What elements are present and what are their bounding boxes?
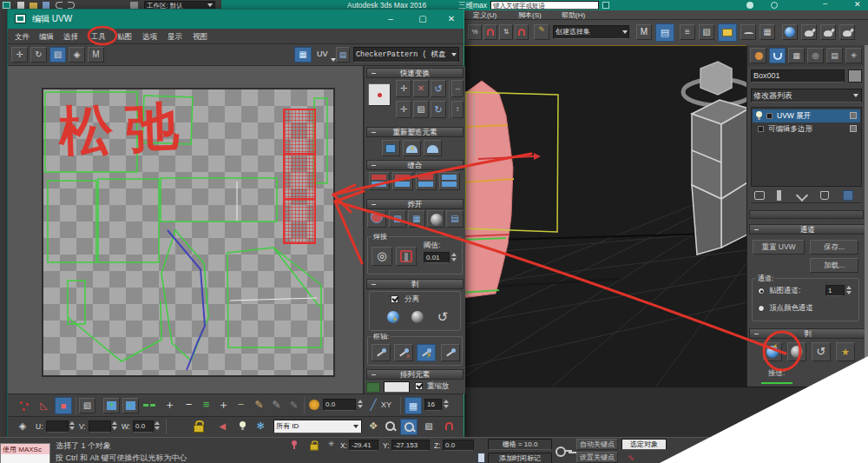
flatten-mapping-icon[interactable] bbox=[427, 210, 444, 228]
pack-padding-field[interactable] bbox=[384, 381, 410, 393]
rollout-reshape-header[interactable]: 重新塑造元素 bbox=[366, 127, 464, 137]
rescale-checkbox[interactable] bbox=[415, 382, 423, 390]
filter-selected-faces-icon[interactable]: ◀ bbox=[214, 420, 230, 434]
lock-selection-icon[interactable] bbox=[194, 420, 203, 431]
uvw-minimize-icon[interactable]: – bbox=[379, 12, 402, 26]
curve-editor-icon[interactable] bbox=[740, 24, 756, 40]
quick-peel-button[interactable]: ⚡ bbox=[763, 342, 782, 361]
relax-icon[interactable] bbox=[424, 140, 442, 156]
render-frame-icon[interactable] bbox=[801, 24, 817, 40]
tab-hierarchy[interactable]: ▦ bbox=[788, 48, 805, 63]
zoom-extents-icon[interactable]: ▧ bbox=[421, 420, 437, 434]
weld-selected-icon[interactable]: ◎ bbox=[372, 247, 392, 266]
make-unique-icon[interactable] bbox=[796, 189, 808, 202]
uvw-menu-select[interactable]: 选择 bbox=[63, 32, 78, 43]
add-time-tag[interactable]: 添加时间标记 bbox=[488, 453, 552, 463]
space-horizontal-icon[interactable]: ↔ bbox=[451, 80, 464, 97]
rotate-ccw-icon[interactable]: ↺ bbox=[431, 80, 446, 97]
search-input[interactable]: 键入关键字或短语 bbox=[490, 1, 599, 10]
visibility-bulb-icon[interactable] bbox=[755, 111, 763, 121]
sign-in-icon[interactable] bbox=[746, 2, 753, 9]
threshold-spinner[interactable] bbox=[450, 252, 457, 263]
search-go-icon[interactable] bbox=[602, 2, 609, 9]
map-channel-radio[interactable] bbox=[758, 288, 765, 294]
panel-scrollbar[interactable] bbox=[865, 45, 868, 387]
scene-link-icon[interactable] bbox=[130, 2, 138, 9]
u-field[interactable] bbox=[46, 420, 69, 433]
stack-row-editable-poly[interactable]: 可编辑多边形 bbox=[753, 122, 860, 136]
pin-selected-icon[interactable]: ⚡ bbox=[417, 344, 436, 361]
reset-peel-icon[interactable]: ↺ bbox=[432, 308, 453, 328]
uvw-titlebar[interactable]: 编辑 UVW – ▢ ✕ bbox=[8, 10, 464, 29]
uvw-scale-icon[interactable]: ▧ bbox=[49, 47, 66, 63]
uvw-menu-tools[interactable]: 工具 bbox=[91, 32, 106, 43]
rollout-peel-header-uvw[interactable]: 剥 bbox=[366, 279, 464, 289]
snap-icon[interactable] bbox=[442, 420, 457, 434]
align-vertical-icon[interactable]: ✕ bbox=[413, 80, 429, 97]
perspective-viewport[interactable] bbox=[464, 45, 746, 387]
soft-selection-spinner[interactable] bbox=[357, 399, 364, 411]
pin-tool-icon[interactable] bbox=[372, 344, 391, 361]
ring-minus-icon[interactable]: − bbox=[232, 397, 250, 414]
mirror-icon[interactable]: M bbox=[636, 24, 652, 40]
straighten-selection-icon[interactable] bbox=[382, 140, 400, 156]
show-map-toggle-icon[interactable]: ▦ bbox=[294, 47, 312, 63]
map-channel-spinner[interactable] bbox=[845, 285, 852, 296]
show-hidden-edges-icon[interactable] bbox=[239, 421, 247, 431]
uvw-freeform-icon[interactable]: ◈ bbox=[69, 47, 85, 63]
v-field[interactable] bbox=[89, 420, 111, 433]
uvw-move-icon[interactable]: ✛ bbox=[11, 47, 28, 63]
v-spinner[interactable] bbox=[111, 420, 118, 433]
shrink-selection-icon[interactable]: - bbox=[122, 398, 139, 413]
id-filter-dropdown[interactable]: 所有 ID bbox=[273, 420, 362, 433]
object-color-swatch[interactable] bbox=[848, 69, 862, 83]
reset-uvw-button[interactable]: 重置 UVW bbox=[753, 240, 805, 255]
rollout-arrange-header[interactable]: 排列元素 bbox=[366, 369, 464, 380]
new-file-icon[interactable] bbox=[17, 2, 24, 9]
pin-stack-icon[interactable] bbox=[754, 191, 765, 200]
flatten-by-group-icon[interactable]: ▧ bbox=[389, 210, 406, 228]
pan-hand-icon[interactable]: ✥ bbox=[365, 420, 381, 434]
align-icon[interactable]: ▤ bbox=[655, 23, 674, 42]
loop-plus-icon[interactable]: ＋ bbox=[161, 397, 179, 414]
freeze-icon[interactable]: ✻ bbox=[253, 420, 268, 434]
uv-canvas[interactable]: 松弛 bbox=[42, 88, 335, 377]
flatten-custom-icon[interactable] bbox=[367, 210, 386, 228]
edge-mode-icon[interactable]: ◺ bbox=[36, 398, 52, 413]
remove-modifier-icon[interactable] bbox=[820, 191, 829, 200]
unpin-tool-icon[interactable]: x bbox=[394, 344, 413, 361]
map-size-value[interactable]: 16 bbox=[424, 399, 442, 411]
save-uvw-button[interactable]: 保存... bbox=[810, 240, 858, 255]
map-size-spinner[interactable] bbox=[443, 399, 450, 411]
target-weld-icon[interactable] bbox=[396, 247, 417, 266]
tab-display[interactable]: ▤ bbox=[826, 48, 843, 63]
ribbon-toggle-icon[interactable] bbox=[718, 23, 737, 42]
quick-pivot-button[interactable] bbox=[368, 83, 391, 106]
stack-row-unwrap-uvw[interactable]: UVW 展开 bbox=[753, 109, 860, 122]
separate-checkbox[interactable] bbox=[391, 295, 398, 303]
relax-until-flat-icon[interactable]: ⚡ bbox=[403, 140, 421, 156]
rollout-quick-transform-header[interactable]: 快速变换 bbox=[366, 68, 464, 78]
selected-uv-strip[interactable] bbox=[283, 109, 316, 244]
edge-distance-icon[interactable]: ╱ bbox=[366, 397, 380, 414]
help-icon[interactable] bbox=[771, 2, 778, 9]
selection-lock-icon[interactable] bbox=[310, 440, 318, 449]
w-field[interactable]: 0.0 bbox=[133, 420, 154, 433]
flatten-by-face-icon[interactable]: ▤ bbox=[446, 210, 464, 228]
soft-selection-icon[interactable] bbox=[309, 400, 319, 410]
rollout-channel-header[interactable]: 通道 bbox=[749, 224, 866, 235]
z-coordinate-field[interactable]: 0.0 bbox=[443, 440, 474, 451]
stitch-custom-icon[interactable] bbox=[369, 172, 390, 190]
face-mode-icon[interactable]: ■ bbox=[55, 397, 72, 414]
tab-modify[interactable] bbox=[769, 48, 786, 63]
zoom-icon[interactable] bbox=[383, 420, 398, 434]
tab-motion[interactable]: ◎ bbox=[807, 48, 824, 63]
configure-stack-icon[interactable] bbox=[843, 190, 853, 201]
align-horizontal-icon[interactable]: ✛ bbox=[396, 80, 411, 97]
tab-utilities[interactable]: ✳ bbox=[845, 48, 862, 63]
magnet-snap-icon[interactable] bbox=[483, 24, 497, 40]
loop-grow-icon[interactable] bbox=[141, 398, 158, 413]
schematic-view-icon[interactable]: ▦ bbox=[760, 24, 775, 40]
peel-mode-button[interactable] bbox=[787, 342, 806, 361]
layer-manager-icon[interactable]: ▧ bbox=[699, 24, 714, 40]
